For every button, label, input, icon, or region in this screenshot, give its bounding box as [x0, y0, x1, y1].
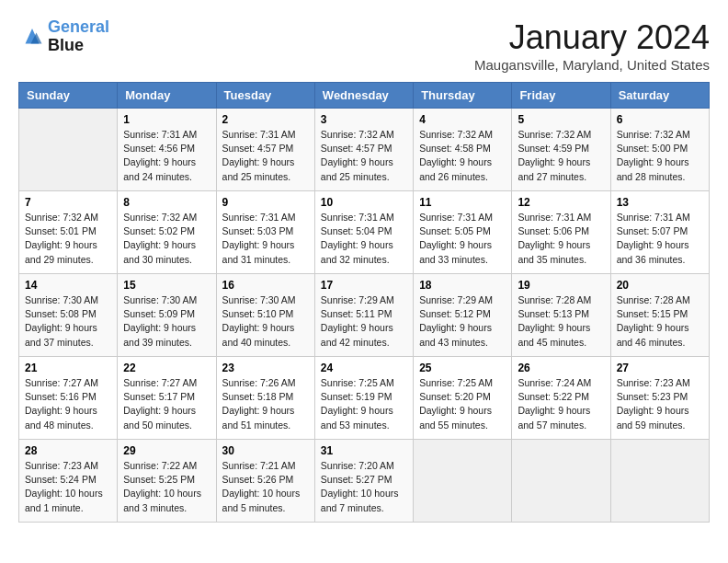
- day-number: 8: [123, 196, 210, 209]
- day-header-monday: Monday: [118, 83, 216, 109]
- calendar-cell: 31Sunrise: 7:20 AMSunset: 5:27 PMDayligh…: [314, 440, 413, 523]
- day-detail: Sunrise: 7:26 AMSunset: 5:18 PMDaylight:…: [222, 376, 309, 432]
- calendar-cell: 12Sunrise: 7:31 AMSunset: 5:06 PMDayligh…: [512, 191, 610, 274]
- calendar-cell: [414, 440, 512, 523]
- day-detail: Sunrise: 7:21 AMSunset: 5:26 PMDaylight:…: [222, 459, 309, 515]
- calendar-header-row: SundayMondayTuesdayWednesdayThursdayFrid…: [19, 83, 710, 109]
- day-number: 12: [518, 196, 604, 209]
- day-detail: Sunrise: 7:23 AMSunset: 5:23 PMDaylight:…: [617, 376, 703, 432]
- calendar-cell: 16Sunrise: 7:30 AMSunset: 5:10 PMDayligh…: [216, 274, 314, 357]
- day-detail: Sunrise: 7:32 AMSunset: 5:02 PMDaylight:…: [123, 211, 210, 267]
- day-header-thursday: Thursday: [414, 83, 512, 109]
- day-number: 22: [123, 362, 210, 374]
- logo-line1: General: [48, 18, 109, 37]
- day-detail: Sunrise: 7:31 AMSunset: 5:05 PMDaylight:…: [419, 211, 506, 267]
- day-detail: Sunrise: 7:22 AMSunset: 5:25 PMDaylight:…: [123, 459, 210, 515]
- day-header-wednesday: Wednesday: [314, 83, 413, 109]
- day-number: 3: [321, 113, 407, 126]
- calendar-cell: 24Sunrise: 7:25 AMSunset: 5:19 PMDayligh…: [314, 357, 413, 440]
- calendar-cell: 22Sunrise: 7:27 AMSunset: 5:17 PMDayligh…: [118, 357, 216, 440]
- calendar-cell: 7Sunrise: 7:32 AMSunset: 5:01 PMDaylight…: [19, 191, 118, 274]
- day-header-sunday: Sunday: [19, 83, 118, 109]
- day-detail: Sunrise: 7:31 AMSunset: 5:04 PMDaylight:…: [321, 211, 407, 267]
- day-number: 14: [25, 279, 111, 292]
- title-block: January 2024 Maugansville, Maryland, Uni…: [474, 18, 710, 73]
- calendar-cell: [512, 440, 610, 523]
- day-detail: Sunrise: 7:32 AMSunset: 5:00 PMDaylight:…: [617, 128, 703, 184]
- calendar-cell: 27Sunrise: 7:23 AMSunset: 5:23 PMDayligh…: [610, 357, 709, 440]
- calendar-cell: 18Sunrise: 7:29 AMSunset: 5:12 PMDayligh…: [414, 274, 512, 357]
- day-detail: Sunrise: 7:31 AMSunset: 5:07 PMDaylight:…: [617, 211, 703, 267]
- logo: General Blue: [18, 18, 109, 55]
- calendar-week-2: 7Sunrise: 7:32 AMSunset: 5:01 PMDaylight…: [19, 191, 710, 274]
- calendar-cell: [610, 440, 709, 523]
- day-number: 16: [222, 279, 309, 292]
- calendar-cell: 11Sunrise: 7:31 AMSunset: 5:05 PMDayligh…: [414, 191, 512, 274]
- calendar-week-4: 21Sunrise: 7:27 AMSunset: 5:16 PMDayligh…: [19, 357, 710, 440]
- day-detail: Sunrise: 7:27 AMSunset: 5:16 PMDaylight:…: [25, 376, 111, 432]
- calendar-cell: 19Sunrise: 7:28 AMSunset: 5:13 PMDayligh…: [512, 274, 610, 357]
- day-number: 21: [25, 362, 111, 374]
- calendar-table: SundayMondayTuesdayWednesdayThursdayFrid…: [18, 82, 710, 523]
- calendar-cell: 17Sunrise: 7:29 AMSunset: 5:11 PMDayligh…: [314, 274, 413, 357]
- calendar-cell: 20Sunrise: 7:28 AMSunset: 5:15 PMDayligh…: [610, 274, 709, 357]
- logo-icon: [18, 23, 46, 51]
- calendar-cell: 28Sunrise: 7:23 AMSunset: 5:24 PMDayligh…: [19, 440, 118, 523]
- location: Maugansville, Maryland, United States: [474, 57, 710, 73]
- calendar-cell: 13Sunrise: 7:31 AMSunset: 5:07 PMDayligh…: [610, 191, 709, 274]
- day-detail: Sunrise: 7:32 AMSunset: 4:58 PMDaylight:…: [419, 128, 506, 184]
- day-header-saturday: Saturday: [610, 83, 709, 109]
- day-number: 24: [321, 362, 407, 374]
- calendar-week-1: 1Sunrise: 7:31 AMSunset: 4:56 PMDaylight…: [19, 109, 710, 191]
- day-number: 11: [419, 196, 506, 209]
- day-number: 1: [123, 113, 210, 126]
- day-detail: Sunrise: 7:30 AMSunset: 5:08 PMDaylight:…: [25, 293, 111, 350]
- day-detail: Sunrise: 7:29 AMSunset: 5:11 PMDaylight:…: [321, 293, 407, 350]
- calendar-cell: 21Sunrise: 7:27 AMSunset: 5:16 PMDayligh…: [19, 357, 118, 440]
- day-number: 17: [321, 279, 407, 292]
- calendar-week-3: 14Sunrise: 7:30 AMSunset: 5:08 PMDayligh…: [19, 274, 710, 357]
- day-detail: Sunrise: 7:31 AMSunset: 5:03 PMDaylight:…: [222, 211, 309, 267]
- calendar-cell: 5Sunrise: 7:32 AMSunset: 4:59 PMDaylight…: [512, 109, 610, 191]
- day-number: 15: [123, 279, 210, 292]
- day-detail: Sunrise: 7:23 AMSunset: 5:24 PMDaylight:…: [25, 459, 111, 515]
- day-number: 19: [518, 279, 604, 292]
- calendar-cell: 4Sunrise: 7:32 AMSunset: 4:58 PMDaylight…: [414, 109, 512, 191]
- day-detail: Sunrise: 7:24 AMSunset: 5:22 PMDaylight:…: [518, 376, 604, 432]
- day-detail: Sunrise: 7:29 AMSunset: 5:12 PMDaylight:…: [419, 293, 506, 350]
- calendar-cell: [19, 109, 118, 191]
- calendar-cell: 1Sunrise: 7:31 AMSunset: 4:56 PMDaylight…: [118, 109, 216, 191]
- day-number: 23: [222, 362, 309, 374]
- day-detail: Sunrise: 7:30 AMSunset: 5:10 PMDaylight:…: [222, 293, 309, 350]
- day-number: 18: [419, 279, 506, 292]
- calendar-cell: 26Sunrise: 7:24 AMSunset: 5:22 PMDayligh…: [512, 357, 610, 440]
- day-detail: Sunrise: 7:32 AMSunset: 4:57 PMDaylight:…: [321, 128, 407, 184]
- calendar-cell: 14Sunrise: 7:30 AMSunset: 5:08 PMDayligh…: [19, 274, 118, 357]
- day-number: 10: [321, 196, 407, 209]
- day-number: 29: [123, 444, 210, 457]
- day-header-tuesday: Tuesday: [216, 83, 314, 109]
- calendar-cell: 2Sunrise: 7:31 AMSunset: 4:57 PMDaylight…: [216, 109, 314, 191]
- day-detail: Sunrise: 7:31 AMSunset: 4:56 PMDaylight:…: [123, 128, 210, 184]
- calendar-week-5: 28Sunrise: 7:23 AMSunset: 5:24 PMDayligh…: [19, 440, 710, 523]
- calendar-cell: 15Sunrise: 7:30 AMSunset: 5:09 PMDayligh…: [118, 274, 216, 357]
- day-number: 5: [518, 113, 604, 126]
- day-detail: Sunrise: 7:32 AMSunset: 4:59 PMDaylight:…: [518, 128, 604, 184]
- calendar-cell: 8Sunrise: 7:32 AMSunset: 5:02 PMDaylight…: [118, 191, 216, 274]
- day-detail: Sunrise: 7:31 AMSunset: 4:57 PMDaylight:…: [222, 128, 309, 184]
- day-number: 4: [419, 113, 506, 126]
- calendar-cell: 23Sunrise: 7:26 AMSunset: 5:18 PMDayligh…: [216, 357, 314, 440]
- day-detail: Sunrise: 7:28 AMSunset: 5:13 PMDaylight:…: [518, 293, 604, 350]
- day-detail: Sunrise: 7:25 AMSunset: 5:19 PMDaylight:…: [321, 376, 407, 432]
- day-number: 2: [222, 113, 309, 126]
- day-number: 7: [25, 196, 111, 209]
- day-number: 9: [222, 196, 309, 209]
- day-number: 25: [419, 362, 506, 374]
- day-detail: Sunrise: 7:31 AMSunset: 5:06 PMDaylight:…: [518, 211, 604, 267]
- day-detail: Sunrise: 7:30 AMSunset: 5:09 PMDaylight:…: [123, 293, 210, 350]
- calendar-cell: 3Sunrise: 7:32 AMSunset: 4:57 PMDaylight…: [314, 109, 413, 191]
- day-number: 27: [617, 362, 703, 374]
- day-detail: Sunrise: 7:28 AMSunset: 5:15 PMDaylight:…: [617, 293, 703, 350]
- day-detail: Sunrise: 7:27 AMSunset: 5:17 PMDaylight:…: [123, 376, 210, 432]
- calendar-cell: 29Sunrise: 7:22 AMSunset: 5:25 PMDayligh…: [118, 440, 216, 523]
